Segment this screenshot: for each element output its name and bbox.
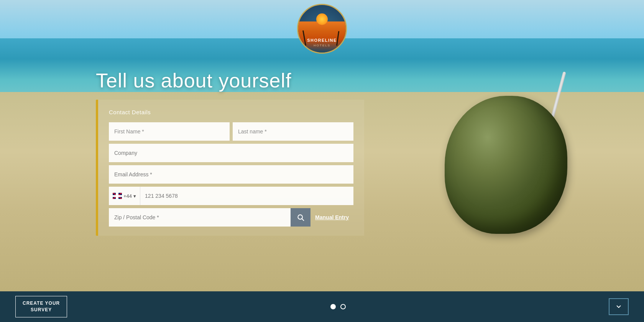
email-input[interactable] bbox=[109, 165, 353, 184]
phone-row: +44 ▾ bbox=[109, 187, 353, 205]
postal-search-button[interactable] bbox=[291, 208, 310, 227]
logo-sunset bbox=[298, 21, 346, 53]
chevron-down-icon bbox=[615, 303, 622, 310]
create-survey-button[interactable]: CREATE YOUR SURVEY bbox=[15, 296, 67, 317]
form-panel: Contact Details +44 ▾ bbox=[96, 100, 364, 236]
country-code: +44 bbox=[123, 193, 132, 199]
create-survey-line2: SURVEY bbox=[31, 307, 52, 312]
uk-flag-icon bbox=[113, 193, 122, 199]
postal-row: Manual Entry bbox=[109, 208, 353, 227]
svg-line-1 bbox=[302, 219, 304, 221]
first-name-input[interactable] bbox=[109, 122, 230, 141]
logo-container: SHORELINE HOTELS bbox=[297, 4, 347, 54]
pagination-dot-1[interactable] bbox=[330, 304, 336, 309]
last-name-input[interactable] bbox=[233, 122, 353, 141]
page-title: Tell us about yourself bbox=[96, 69, 292, 92]
pagination-dots bbox=[330, 304, 346, 309]
manual-entry-button[interactable]: Manual Entry bbox=[310, 214, 353, 220]
bottom-bar: CREATE YOUR SURVEY bbox=[0, 291, 644, 322]
dropdown-arrow-icon: ▾ bbox=[133, 193, 136, 199]
phone-number-input[interactable] bbox=[140, 187, 353, 205]
create-survey-line1: CREATE YOUR bbox=[23, 301, 60, 306]
postal-code-input[interactable] bbox=[109, 208, 291, 227]
search-icon bbox=[297, 214, 304, 221]
company-input[interactable] bbox=[109, 144, 353, 162]
form-card: Contact Details +44 ▾ bbox=[98, 100, 364, 236]
name-row bbox=[109, 122, 353, 141]
logo-sun bbox=[316, 13, 328, 25]
pagination-dot-2[interactable] bbox=[340, 304, 346, 309]
logo-circle: SHORELINE HOTELS bbox=[297, 4, 347, 54]
next-chevron-button[interactable] bbox=[609, 298, 629, 315]
logo-subtitle-text: HOTELS bbox=[314, 44, 330, 47]
logo-brand-text: SHORELINE bbox=[307, 38, 337, 43]
form-section-title: Contact Details bbox=[109, 109, 353, 115]
phone-country-selector[interactable]: +44 ▾ bbox=[109, 187, 140, 205]
